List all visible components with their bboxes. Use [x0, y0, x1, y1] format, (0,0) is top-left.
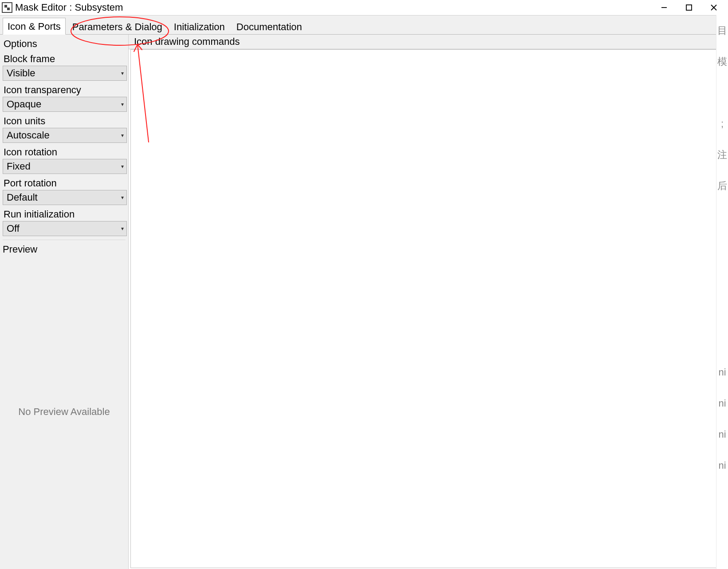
label-run-initialization: Run initialization — [3, 207, 126, 221]
tab-label: Initialization — [174, 21, 225, 32]
label-icon-units: Icon units — [3, 114, 126, 128]
window-title: Mask Editor : Subsystem — [15, 0, 123, 15]
label-block-frame: Block frame — [3, 51, 126, 66]
app-icon — [2, 2, 12, 13]
chevron-down-icon: ▾ — [121, 132, 124, 138]
select-value: Off — [7, 223, 20, 234]
tab-documentation[interactable]: Documentation — [232, 18, 307, 35]
window-titlebar: Mask Editor : Subsystem — [0, 0, 728, 15]
chevron-down-icon: ▾ — [121, 225, 124, 232]
tab-icon-and-ports[interactable]: Icon & Ports — [3, 18, 66, 35]
window-close-button[interactable] — [701, 0, 726, 15]
chevron-down-icon: ▾ — [121, 70, 124, 76]
preview-header: Preview — [3, 240, 126, 255]
tab-label: Parameters & Dialog — [72, 21, 162, 32]
preview-body: No Preview Available — [3, 255, 126, 568]
options-sidebar: Options Block frame Visible ▾ Icon trans… — [0, 35, 129, 569]
tab-label: Icon & Ports — [8, 21, 61, 32]
icon-drawing-commands-textarea[interactable] — [130, 49, 726, 568]
select-icon-units[interactable]: Autoscale ▾ — [3, 128, 127, 143]
icon-drawing-editor: Icon drawing commands — [129, 35, 728, 569]
select-value: Default — [7, 192, 38, 203]
window-minimize-button[interactable] — [652, 0, 677, 15]
tab-initialization[interactable]: Initialization — [169, 18, 230, 35]
label-icon-rotation: Icon rotation — [3, 145, 126, 159]
select-value: Visible — [7, 67, 35, 79]
tab-parameters-dialog[interactable]: Parameters & Dialog — [67, 18, 167, 35]
options-header: Options — [3, 36, 126, 51]
select-icon-rotation[interactable]: Fixed ▾ — [3, 159, 127, 174]
tab-strip: Icon & Ports Parameters & Dialog Initial… — [0, 15, 728, 35]
select-run-initialization[interactable]: Off ▾ — [3, 221, 127, 236]
svg-rect-1 — [686, 5, 692, 10]
select-block-frame[interactable]: Visible ▾ — [3, 66, 127, 81]
chevron-down-icon: ▾ — [121, 101, 124, 107]
select-value: Autoscale — [7, 130, 50, 141]
tab-label: Documentation — [236, 21, 302, 32]
chevron-down-icon: ▾ — [121, 163, 124, 170]
select-value: Fixed — [7, 161, 31, 172]
editor-header: Icon drawing commands — [129, 35, 728, 49]
preview-placeholder: No Preview Available — [18, 406, 110, 418]
select-icon-transparency[interactable]: Opaque ▾ — [3, 97, 127, 112]
label-port-rotation: Port rotation — [3, 176, 126, 190]
chevron-down-icon: ▾ — [121, 194, 124, 201]
window-maximize-button[interactable] — [677, 0, 701, 15]
label-icon-transparency: Icon transparency — [3, 83, 126, 97]
select-value: Opaque — [7, 99, 41, 110]
main-area: Options Block frame Visible ▾ Icon trans… — [0, 35, 728, 569]
select-port-rotation[interactable]: Default ▾ — [3, 190, 127, 205]
